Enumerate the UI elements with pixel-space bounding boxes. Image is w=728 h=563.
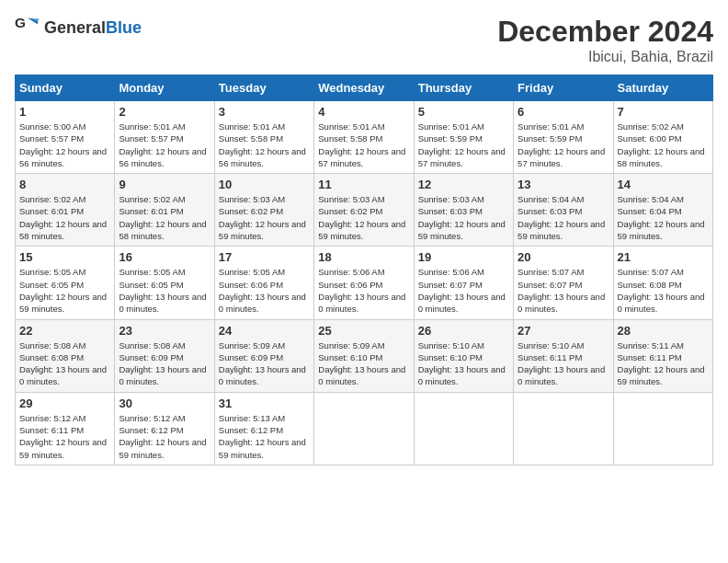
- calendar-day-header: Thursday: [414, 75, 513, 101]
- logo-text: GeneralBlue: [44, 18, 142, 38]
- day-info: Sunrise: 5:00 AM Sunset: 5:57 PM Dayligh…: [19, 121, 110, 169]
- calendar-day-header: Monday: [115, 75, 214, 101]
- day-number: 4: [318, 105, 409, 119]
- day-number: 10: [219, 178, 310, 191]
- day-info: Sunrise: 5:01 AM Sunset: 5:59 PM Dayligh…: [418, 121, 509, 169]
- day-info: Sunrise: 5:02 AM Sunset: 6:01 PM Dayligh…: [119, 193, 210, 242]
- calendar-cell: 13 Sunrise: 5:04 AM Sunset: 6:03 PM Dayl…: [514, 174, 613, 247]
- calendar-week-row: 1 Sunrise: 5:00 AM Sunset: 5:57 PM Dayli…: [16, 101, 713, 174]
- calendar-week-row: 29 Sunrise: 5:12 AM Sunset: 6:11 PM Dayl…: [16, 392, 713, 465]
- day-info: Sunrise: 5:09 AM Sunset: 6:09 PM Dayligh…: [219, 339, 310, 388]
- calendar-cell: 9 Sunrise: 5:02 AM Sunset: 6:01 PM Dayli…: [115, 174, 214, 247]
- day-info: Sunrise: 5:07 AM Sunset: 6:08 PM Dayligh…: [618, 266, 709, 315]
- day-info: Sunrise: 5:01 AM Sunset: 5:58 PM Dayligh…: [318, 121, 409, 169]
- day-info: Sunrise: 5:10 AM Sunset: 6:10 PM Dayligh…: [418, 339, 509, 388]
- calendar-cell: 6 Sunrise: 5:01 AM Sunset: 5:59 PM Dayli…: [514, 101, 613, 174]
- calendar-cell: [613, 392, 712, 465]
- page-container: G GeneralBlue December 2024 Ibicui, Bahi…: [0, 0, 728, 475]
- day-number: 16: [119, 250, 210, 264]
- day-number: 18: [318, 250, 409, 264]
- day-number: 8: [19, 178, 110, 191]
- day-number: 1: [19, 105, 110, 119]
- calendar-day-header: Friday: [514, 75, 613, 101]
- calendar-cell: 28 Sunrise: 5:11 AM Sunset: 6:11 PM Dayl…: [613, 319, 712, 392]
- calendar-cell: 31 Sunrise: 5:13 AM Sunset: 6:12 PM Dayl…: [214, 392, 313, 465]
- calendar-day-header: Sunday: [16, 75, 115, 101]
- day-info: Sunrise: 5:05 AM Sunset: 6:05 PM Dayligh…: [19, 266, 110, 315]
- calendar-cell: 4 Sunrise: 5:01 AM Sunset: 5:58 PM Dayli…: [314, 101, 414, 174]
- calendar-cell: 11 Sunrise: 5:03 AM Sunset: 6:02 PM Dayl…: [314, 174, 414, 247]
- day-info: Sunrise: 5:03 AM Sunset: 6:02 PM Dayligh…: [318, 193, 409, 242]
- day-number: 6: [518, 105, 609, 119]
- day-number: 7: [618, 105, 709, 119]
- calendar-cell: [414, 392, 513, 465]
- day-info: Sunrise: 5:13 AM Sunset: 6:12 PM Dayligh…: [219, 412, 310, 461]
- logo-icon: G: [15, 15, 40, 40]
- calendar-cell: 29 Sunrise: 5:12 AM Sunset: 6:11 PM Dayl…: [16, 392, 115, 465]
- day-number: 11: [318, 178, 409, 191]
- calendar-table: SundayMondayTuesdayWednesdayThursdayFrid…: [15, 75, 713, 465]
- day-number: 2: [119, 105, 210, 119]
- day-info: Sunrise: 5:02 AM Sunset: 6:01 PM Dayligh…: [19, 193, 110, 242]
- calendar-cell: 1 Sunrise: 5:00 AM Sunset: 5:57 PM Dayli…: [16, 101, 115, 174]
- calendar-cell: 8 Sunrise: 5:02 AM Sunset: 6:01 PM Dayli…: [16, 174, 115, 247]
- day-info: Sunrise: 5:06 AM Sunset: 6:07 PM Dayligh…: [418, 266, 509, 315]
- day-info: Sunrise: 5:08 AM Sunset: 6:08 PM Dayligh…: [19, 339, 110, 388]
- day-info: Sunrise: 5:08 AM Sunset: 6:09 PM Dayligh…: [119, 339, 210, 388]
- day-info: Sunrise: 5:07 AM Sunset: 6:07 PM Dayligh…: [518, 266, 609, 315]
- day-number: 22: [19, 324, 110, 338]
- day-number: 17: [219, 250, 310, 264]
- logo-blue: Blue: [106, 18, 142, 37]
- calendar-cell: 5 Sunrise: 5:01 AM Sunset: 5:59 PM Dayli…: [414, 101, 513, 174]
- day-number: 13: [518, 178, 609, 191]
- day-number: 9: [119, 178, 210, 191]
- day-number: 19: [418, 250, 509, 264]
- calendar-cell: 3 Sunrise: 5:01 AM Sunset: 5:58 PM Dayli…: [214, 101, 313, 174]
- calendar-cell: 19 Sunrise: 5:06 AM Sunset: 6:07 PM Dayl…: [414, 247, 513, 319]
- day-number: 25: [318, 324, 409, 338]
- calendar-cell: 10 Sunrise: 5:03 AM Sunset: 6:02 PM Dayl…: [214, 174, 313, 247]
- day-info: Sunrise: 5:01 AM Sunset: 5:57 PM Dayligh…: [119, 121, 210, 169]
- calendar-cell: 26 Sunrise: 5:10 AM Sunset: 6:10 PM Dayl…: [414, 319, 513, 392]
- day-number: 14: [618, 178, 709, 191]
- title-block: December 2024 Ibicui, Bahia, Brazil: [497, 15, 713, 65]
- day-info: Sunrise: 5:01 AM Sunset: 5:58 PM Dayligh…: [219, 121, 310, 169]
- calendar-day-header: Wednesday: [314, 75, 414, 101]
- page-header: G GeneralBlue December 2024 Ibicui, Bahi…: [15, 15, 713, 65]
- day-info: Sunrise: 5:04 AM Sunset: 6:03 PM Dayligh…: [518, 193, 609, 242]
- day-number: 28: [618, 324, 709, 338]
- logo: G GeneralBlue: [15, 15, 142, 40]
- day-info: Sunrise: 5:10 AM Sunset: 6:11 PM Dayligh…: [518, 339, 609, 388]
- day-info: Sunrise: 5:12 AM Sunset: 6:11 PM Dayligh…: [19, 412, 110, 461]
- calendar-cell: 21 Sunrise: 5:07 AM Sunset: 6:08 PM Dayl…: [613, 247, 712, 319]
- calendar-cell: 20 Sunrise: 5:07 AM Sunset: 6:07 PM Dayl…: [514, 247, 613, 319]
- month-title: December 2024: [497, 15, 713, 49]
- calendar-cell: 14 Sunrise: 5:04 AM Sunset: 6:04 PM Dayl…: [613, 174, 712, 247]
- day-info: Sunrise: 5:06 AM Sunset: 6:06 PM Dayligh…: [318, 266, 409, 315]
- day-info: Sunrise: 5:04 AM Sunset: 6:04 PM Dayligh…: [618, 193, 709, 242]
- location: Ibicui, Bahia, Brazil: [497, 49, 713, 65]
- calendar-cell: 12 Sunrise: 5:03 AM Sunset: 6:03 PM Dayl…: [414, 174, 513, 247]
- calendar-cell: [514, 392, 613, 465]
- calendar-cell: 2 Sunrise: 5:01 AM Sunset: 5:57 PM Dayli…: [115, 101, 214, 174]
- day-number: 24: [219, 324, 310, 338]
- day-number: 20: [518, 250, 609, 264]
- day-number: 27: [518, 324, 609, 338]
- logo-general: General: [44, 18, 106, 37]
- calendar-cell: 25 Sunrise: 5:09 AM Sunset: 6:10 PM Dayl…: [314, 319, 414, 392]
- calendar-cell: 30 Sunrise: 5:12 AM Sunset: 6:12 PM Dayl…: [115, 392, 214, 465]
- day-info: Sunrise: 5:03 AM Sunset: 6:02 PM Dayligh…: [219, 193, 310, 242]
- calendar-cell: 15 Sunrise: 5:05 AM Sunset: 6:05 PM Dayl…: [16, 247, 115, 319]
- day-number: 5: [418, 105, 509, 119]
- calendar-cell: [314, 392, 414, 465]
- day-number: 21: [618, 250, 709, 264]
- calendar-cell: 24 Sunrise: 5:09 AM Sunset: 6:09 PM Dayl…: [214, 319, 313, 392]
- calendar-cell: 22 Sunrise: 5:08 AM Sunset: 6:08 PM Dayl…: [16, 319, 115, 392]
- calendar-cell: 17 Sunrise: 5:05 AM Sunset: 6:06 PM Dayl…: [214, 247, 313, 319]
- calendar-cell: 23 Sunrise: 5:08 AM Sunset: 6:09 PM Dayl…: [115, 319, 214, 392]
- day-info: Sunrise: 5:09 AM Sunset: 6:10 PM Dayligh…: [318, 339, 409, 388]
- calendar-cell: 7 Sunrise: 5:02 AM Sunset: 6:00 PM Dayli…: [613, 101, 712, 174]
- day-info: Sunrise: 5:01 AM Sunset: 5:59 PM Dayligh…: [518, 121, 609, 169]
- day-number: 3: [219, 105, 310, 119]
- calendar-cell: 18 Sunrise: 5:06 AM Sunset: 6:06 PM Dayl…: [314, 247, 414, 319]
